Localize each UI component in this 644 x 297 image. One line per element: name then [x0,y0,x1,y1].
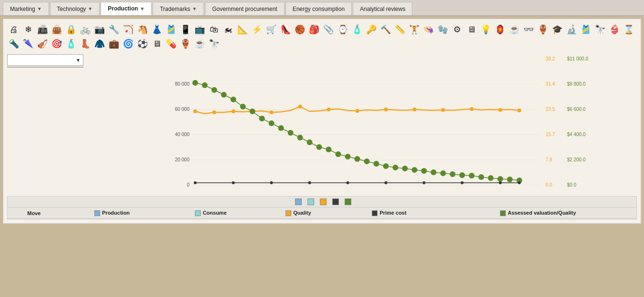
legend-item-production [295,198,304,205]
nav-item-analytical-reviews[interactable]: Analytical reviews [353,2,412,15]
category-icon-30[interactable]: 🧤 [436,23,450,36]
category-icon-21[interactable]: 🎒 [307,23,321,36]
category-icon-7[interactable]: 🔧 [107,23,121,36]
svg-text:15.7: 15.7 [546,132,555,137]
category-icon-9[interactable]: 🐴 [136,23,149,36]
category-icon-22[interactable]: 📎 [322,23,335,36]
nav-item-marketing[interactable]: Marketing▼ [3,2,49,15]
category-icon-1[interactable]: ❄ [21,23,35,36]
category-icon-49[interactable]: 👢 [79,37,92,50]
category-icon-57[interactable]: ☕ [193,37,206,50]
svg-point-59 [412,167,418,173]
category-icon-46[interactable]: 🎻 [36,37,49,50]
svg-point-73 [270,181,273,184]
svg-text:$0.0: $0.0 [567,182,577,188]
category-icon-15[interactable]: 🏍 [222,23,235,36]
category-icon-16[interactable]: 📐 [236,23,249,36]
category-icon-4[interactable]: 🔒 [64,23,78,36]
col-header-quality-icon: Quality [258,208,339,219]
category-icon-36[interactable]: 👓 [522,23,535,36]
svg-point-43 [259,116,265,121]
category-icon-20[interactable]: 🏀 [293,23,307,36]
category-icon-12[interactable]: 📱 [179,23,192,36]
category-icon-34[interactable]: 🏮 [493,23,507,36]
category-icon-31[interactable]: ⚙ [450,23,464,36]
category-icon-39[interactable]: 🔬 [565,23,578,36]
nav-arrow-icon: ▼ [192,6,197,11]
category-icon-48[interactable]: 🧴 [64,37,78,50]
category-icon-32[interactable]: 🖥 [465,23,478,36]
svg-text:80 000: 80 000 [175,81,190,87]
table-legend-header [8,197,636,208]
svg-point-36 [193,80,198,86]
legend-box-quality [320,198,327,205]
svg-point-65 [469,173,475,178]
category-icon-54[interactable]: 🖥 [150,37,164,50]
svg-point-64 [460,172,465,178]
icon-grid: 🖨❄📠👜🔒🚲📷🔧🏹🐴👗🎽📱📺🛍🏍📐⚡🛒👠🏀🎒📎⌚🧴🔑🔨📏🏋👒🧤⚙🖥💡🏮☕👓🏺🎓🔬… [7,23,637,50]
category-icon-44[interactable]: 🔦 [7,37,20,50]
category-icon-5[interactable]: 🚲 [79,23,92,36]
svg-point-77 [423,181,426,184]
category-icon-56[interactable]: 🏺 [179,37,192,50]
svg-point-66 [479,174,484,180]
category-icon-50[interactable]: 🧥 [93,37,106,50]
category-icon-58[interactable]: 🔭 [207,37,221,50]
category-icon-29[interactable]: 👒 [422,23,435,36]
svg-point-54 [364,158,370,164]
category-icon-2[interactable]: 📠 [36,23,49,36]
category-icon-18[interactable]: 🛒 [265,23,278,36]
category-dropdown[interactable]: ▼ [7,54,83,192]
svg-point-55 [374,161,379,167]
category-icon-24[interactable]: 🧴 [350,23,364,36]
category-select[interactable] [7,54,83,66]
category-icon-37[interactable]: 🏺 [536,23,550,36]
category-icon-52[interactable]: 🌀 [122,37,135,50]
svg-text:39.2: 39.2 [546,56,555,61]
category-icon-47[interactable]: 🎯 [50,37,63,50]
svg-point-79 [499,181,502,184]
nav-item-energy-consumption[interactable]: Energy consumption [286,2,352,15]
category-icon-25[interactable]: 🔑 [365,23,378,36]
category-icon-23[interactable]: ⌚ [336,23,349,36]
nav-item-production[interactable]: Production▼ [101,2,152,15]
svg-point-52 [345,154,351,159]
category-icon-43[interactable]: ⌛ [622,23,635,36]
table-legend [8,198,636,205]
table-header-row: Move Production Consume Quality Prime co… [8,208,636,219]
category-icon-27[interactable]: 📏 [393,23,407,36]
category-icon-14[interactable]: 🛍 [207,23,221,36]
category-icon-13[interactable]: 📺 [193,23,206,36]
category-icon-42[interactable]: 👙 [608,23,621,36]
category-icon-17[interactable]: ⚡ [250,23,264,36]
svg-text:0: 0 [187,182,190,188]
category-icon-45[interactable]: 🌂 [21,37,35,50]
dropdown-list[interactable] [7,67,83,68]
category-icon-35[interactable]: ☕ [508,23,521,36]
nav-item-government-procurement[interactable]: Government procurement [205,2,285,15]
svg-point-22 [194,109,197,113]
category-icon-6[interactable]: 📷 [93,23,106,36]
category-icon-40[interactable]: 🎽 [579,23,593,36]
category-icon-0[interactable]: 🖨 [7,23,20,36]
nav-item-technology[interactable]: Technology▼ [50,2,100,15]
category-icon-28[interactable]: 🏋 [408,23,421,36]
svg-text:20 000: 20 000 [175,157,190,162]
category-icon-26[interactable]: 🔨 [379,23,392,36]
svg-text:$8 800.0: $8 800.0 [567,81,586,87]
category-icon-55[interactable]: 💊 [164,37,178,50]
category-icon-11[interactable]: 🎽 [164,23,178,36]
svg-point-26 [270,110,274,114]
category-icon-53[interactable]: ⚽ [136,37,149,50]
category-icon-38[interactable]: 🎓 [551,23,564,36]
svg-point-23 [213,110,216,114]
category-icon-33[interactable]: 💡 [479,23,492,36]
category-icon-19[interactable]: 👠 [279,23,292,36]
category-icon-41[interactable]: 🔭 [593,23,607,36]
svg-text:7.8: 7.8 [546,157,552,162]
category-icon-10[interactable]: 👗 [150,23,164,36]
category-icon-51[interactable]: 💼 [107,37,121,50]
nav-item-trademarks[interactable]: Trademarks▼ [153,2,204,15]
category-icon-3[interactable]: 👜 [50,23,63,36]
category-icon-8[interactable]: 🏹 [122,23,135,36]
